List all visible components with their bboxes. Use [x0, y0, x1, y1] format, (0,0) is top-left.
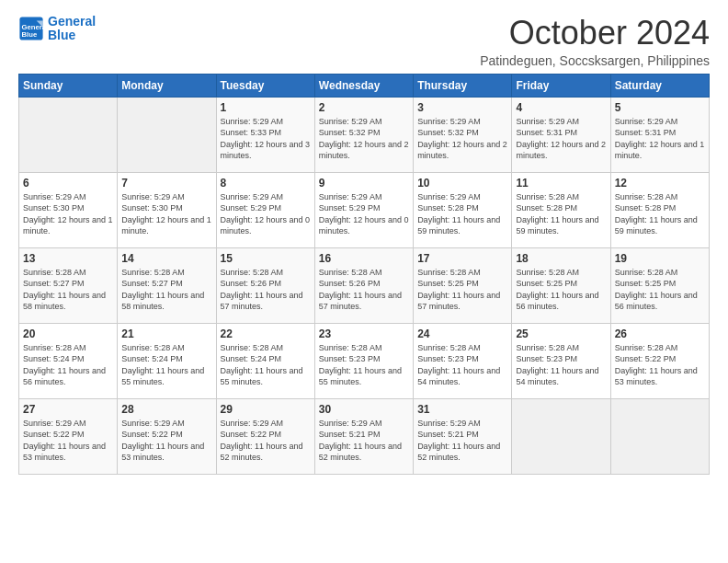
page-container: General Blue General Blue October 2024 P… — [0, 0, 728, 484]
sunrise-text: Sunrise: 5:28 AM — [615, 268, 678, 277]
daylight-text: Daylight: 11 hours and 52 minutes. — [417, 442, 500, 463]
sunset-text: Sunset: 5:26 PM — [319, 279, 381, 288]
sunrise-text: Sunrise: 5:29 AM — [23, 419, 86, 428]
logo: General Blue General Blue — [18, 15, 96, 43]
daylight-text: Daylight: 11 hours and 59 minutes. — [417, 215, 500, 236]
sunset-text: Sunset: 5:22 PM — [615, 354, 677, 363]
day-number: 10 — [417, 177, 507, 190]
sunset-text: Sunset: 5:29 PM — [221, 203, 282, 213]
day-number: 16 — [319, 252, 409, 265]
sunrise-text: Sunrise: 5:29 AM — [23, 192, 86, 201]
day-number: 24 — [417, 327, 507, 340]
month-title: October 2024 — [480, 15, 710, 52]
day-number: 21 — [121, 327, 211, 340]
daylight-text: Daylight: 11 hours and 54 minutes. — [417, 366, 500, 387]
sunrise-text: Sunrise: 5:28 AM — [23, 343, 86, 352]
daylight-text: Daylight: 12 hours and 1 minute. — [121, 215, 211, 236]
day-number: 11 — [516, 177, 606, 190]
day-number: 28 — [121, 403, 211, 416]
weekday-header-wednesday: Wednesday — [314, 74, 413, 97]
weekday-header-saturday: Saturday — [610, 74, 709, 97]
sunset-text: Sunset: 5:24 PM — [23, 354, 85, 363]
calendar-week-row: 20 Sunrise: 5:28 AM Sunset: 5:24 PM Dayl… — [19, 323, 710, 398]
calendar-week-row: 1 Sunrise: 5:29 AM Sunset: 5:33 PM Dayli… — [19, 97, 710, 172]
header-row: SundayMondayTuesdayWednesdayThursdayFrid… — [19, 74, 710, 97]
sunset-text: Sunset: 5:24 PM — [221, 354, 282, 363]
sunrise-text: Sunrise: 5:29 AM — [221, 192, 284, 201]
sunrise-text: Sunrise: 5:28 AM — [221, 343, 284, 352]
calendar-cell: 11 Sunrise: 5:28 AM Sunset: 5:28 PM Dayl… — [512, 172, 610, 247]
calendar-cell: 17 Sunrise: 5:28 AM Sunset: 5:25 PM Dayl… — [414, 247, 512, 323]
sunrise-text: Sunrise: 5:28 AM — [516, 343, 579, 352]
daylight-text: Daylight: 11 hours and 56 minutes. — [516, 291, 598, 312]
day-number: 17 — [417, 252, 507, 265]
daylight-text: Daylight: 12 hours and 0 minutes. — [319, 215, 409, 236]
calendar-cell: 15 Sunrise: 5:28 AM Sunset: 5:26 PM Dayl… — [216, 247, 314, 323]
calendar-cell: 21 Sunrise: 5:28 AM Sunset: 5:24 PM Dayl… — [118, 323, 216, 398]
day-number: 26 — [615, 327, 705, 340]
calendar-cell: 31 Sunrise: 5:29 AM Sunset: 5:21 PM Dayl… — [414, 398, 512, 474]
calendar-cell: 2 Sunrise: 5:29 AM Sunset: 5:32 PM Dayli… — [314, 97, 413, 172]
sunset-text: Sunset: 5:26 PM — [221, 279, 282, 288]
sunrise-text: Sunrise: 5:28 AM — [221, 268, 284, 277]
day-number: 23 — [319, 327, 409, 340]
title-block: October 2024 Patindeguen, Soccsksargen, … — [480, 15, 710, 68]
calendar-cell: 7 Sunrise: 5:29 AM Sunset: 5:30 PM Dayli… — [118, 172, 216, 247]
daylight-text: Daylight: 11 hours and 56 minutes. — [615, 291, 698, 312]
daylight-text: Daylight: 11 hours and 54 minutes. — [516, 366, 598, 387]
logo-general: General — [48, 14, 96, 29]
sunset-text: Sunset: 5:23 PM — [319, 354, 381, 363]
sunrise-text: Sunrise: 5:28 AM — [615, 343, 678, 352]
header: General Blue General Blue October 2024 P… — [18, 15, 710, 68]
sunset-text: Sunset: 5:31 PM — [516, 128, 577, 137]
daylight-text: Daylight: 11 hours and 56 minutes. — [23, 366, 106, 387]
sunrise-text: Sunrise: 5:28 AM — [121, 268, 185, 277]
sunset-text: Sunset: 5:22 PM — [23, 430, 85, 439]
svg-text:Blue: Blue — [22, 30, 38, 39]
day-number: 27 — [23, 403, 113, 416]
daylight-text: Daylight: 11 hours and 55 minutes. — [221, 366, 303, 387]
daylight-text: Daylight: 12 hours and 2 minutes. — [516, 140, 606, 161]
calendar-cell: 19 Sunrise: 5:28 AM Sunset: 5:25 PM Dayl… — [610, 247, 709, 323]
sunrise-text: Sunrise: 5:29 AM — [417, 419, 481, 428]
daylight-text: Daylight: 12 hours and 2 minutes. — [417, 140, 507, 161]
calendar-cell: 27 Sunrise: 5:29 AM Sunset: 5:22 PM Dayl… — [19, 398, 118, 474]
daylight-text: Daylight: 11 hours and 57 minutes. — [319, 291, 402, 312]
daylight-text: Daylight: 12 hours and 2 minutes. — [319, 140, 409, 161]
sunset-text: Sunset: 5:27 PM — [121, 279, 183, 288]
daylight-text: Daylight: 11 hours and 59 minutes. — [516, 215, 598, 236]
location-subtitle: Patindeguen, Soccsksargen, Philippines — [480, 53, 710, 68]
sunrise-text: Sunrise: 5:29 AM — [417, 192, 481, 201]
day-number: 14 — [121, 252, 211, 265]
sunrise-text: Sunrise: 5:29 AM — [516, 117, 579, 126]
sunset-text: Sunset: 5:30 PM — [23, 203, 85, 213]
calendar-cell: 24 Sunrise: 5:28 AM Sunset: 5:23 PM Dayl… — [414, 323, 512, 398]
sunset-text: Sunset: 5:32 PM — [417, 128, 479, 137]
sunrise-text: Sunrise: 5:28 AM — [319, 343, 382, 352]
sunrise-text: Sunrise: 5:28 AM — [615, 192, 678, 201]
sunrise-text: Sunrise: 5:28 AM — [417, 268, 481, 277]
day-number: 25 — [516, 327, 606, 340]
calendar-cell: 26 Sunrise: 5:28 AM Sunset: 5:22 PM Dayl… — [610, 323, 709, 398]
sunrise-text: Sunrise: 5:28 AM — [516, 268, 579, 277]
weekday-header-friday: Friday — [512, 74, 610, 97]
daylight-text: Daylight: 11 hours and 55 minutes. — [319, 366, 402, 387]
calendar-cell: 9 Sunrise: 5:29 AM Sunset: 5:29 PM Dayli… — [314, 172, 413, 247]
day-number: 4 — [516, 101, 606, 114]
sunset-text: Sunset: 5:25 PM — [417, 279, 479, 288]
sunrise-text: Sunrise: 5:29 AM — [221, 117, 284, 126]
calendar-cell: 30 Sunrise: 5:29 AM Sunset: 5:21 PM Dayl… — [314, 398, 413, 474]
calendar-cell: 10 Sunrise: 5:29 AM Sunset: 5:28 PM Dayl… — [414, 172, 512, 247]
day-number: 31 — [417, 403, 507, 416]
daylight-text: Daylight: 12 hours and 1 minute. — [23, 215, 113, 236]
day-number: 19 — [615, 252, 705, 265]
calendar-cell: 4 Sunrise: 5:29 AM Sunset: 5:31 PM Dayli… — [512, 97, 610, 172]
sunset-text: Sunset: 5:33 PM — [221, 128, 282, 137]
calendar-cell: 6 Sunrise: 5:29 AM Sunset: 5:30 PM Dayli… — [19, 172, 118, 247]
sunrise-text: Sunrise: 5:28 AM — [417, 343, 481, 352]
sunset-text: Sunset: 5:23 PM — [516, 354, 577, 363]
sunrise-text: Sunrise: 5:28 AM — [516, 192, 579, 201]
sunset-text: Sunset: 5:23 PM — [417, 354, 479, 363]
sunset-text: Sunset: 5:22 PM — [221, 430, 282, 439]
day-number: 5 — [615, 101, 705, 114]
